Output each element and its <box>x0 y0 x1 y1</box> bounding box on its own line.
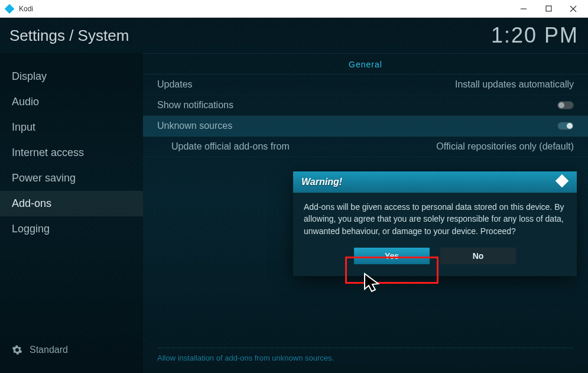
sidebar-item-add-ons[interactable]: Add-ons <box>0 191 143 216</box>
dialog-title-text: Warning! <box>301 177 342 187</box>
sidebar-item-logging[interactable]: Logging <box>0 216 143 242</box>
toggle-switch[interactable] <box>557 101 574 109</box>
setting-row-show-notifications[interactable]: Show notifications <box>143 95 588 116</box>
sidebar-item-display[interactable]: Display <box>0 64 143 89</box>
dialog-buttons: Yes No <box>293 244 577 276</box>
clock: 1:20 PM <box>491 23 579 48</box>
setting-row-unknown-sources[interactable]: Unknown sources <box>143 116 588 137</box>
app-root: Settings / System 1:20 PM DisplayAudioIn… <box>0 18 588 373</box>
app-header: Settings / System 1:20 PM <box>0 18 588 53</box>
setting-row-updates[interactable]: UpdatesInstall updates automatically <box>143 74 588 95</box>
maximize-button[interactable] <box>543 4 554 14</box>
svg-rect-5 <box>546 6 551 11</box>
cursor-icon <box>363 273 381 296</box>
sidebar-item-internet-access[interactable]: Internet access <box>0 140 143 166</box>
setting-row-update-official-add-ons-from[interactable]: Update official add-ons fromOfficial rep… <box>143 137 588 157</box>
dialog-message: Add-ons will be given access to personal… <box>293 193 577 244</box>
toggle-switch[interactable] <box>557 122 574 130</box>
footer-separator <box>157 348 574 348</box>
sidebar-item-power-saving[interactable]: Power saving <box>0 166 143 191</box>
svg-marker-12 <box>365 274 378 291</box>
settings-level[interactable]: Standard <box>0 336 143 373</box>
window-titlebar: Kodi <box>0 0 588 18</box>
setting-label: Update official add-ons from <box>171 141 290 152</box>
sidebar-item-audio[interactable]: Audio <box>0 89 143 115</box>
main-panel: General UpdatesInstall updates automatic… <box>143 53 588 373</box>
kodi-logo-icon <box>5 4 14 14</box>
close-button[interactable] <box>568 4 579 14</box>
setting-label: Unknown sources <box>157 121 232 131</box>
breadcrumb: Settings / System <box>9 27 129 45</box>
sidebar: DisplayAudioInputInternet accessPower sa… <box>0 53 143 373</box>
app-body: DisplayAudioInputInternet accessPower sa… <box>0 53 588 373</box>
no-button[interactable]: No <box>440 248 516 264</box>
dialog-title: Warning! <box>293 171 577 193</box>
setting-value: Install updates automatically <box>455 79 574 90</box>
setting-hint: Allow installation of add-ons from unkno… <box>157 353 334 362</box>
setting-label: Updates <box>157 79 193 90</box>
warning-dialog: Warning! Add-ons will be given access to… <box>293 171 577 276</box>
gear-icon <box>12 345 22 355</box>
window-controls <box>518 4 583 14</box>
yes-button[interactable]: Yes <box>354 248 430 264</box>
sidebar-item-input[interactable]: Input <box>0 115 143 140</box>
setting-label: Show notifications <box>157 100 233 111</box>
settings-level-label: Standard <box>30 345 68 355</box>
setting-value: Official repositories only (default) <box>436 141 574 152</box>
kodi-logo-icon <box>555 174 568 190</box>
minimize-button[interactable] <box>518 4 529 14</box>
window-title: Kodi <box>19 5 33 13</box>
section-header: General <box>143 54 588 74</box>
